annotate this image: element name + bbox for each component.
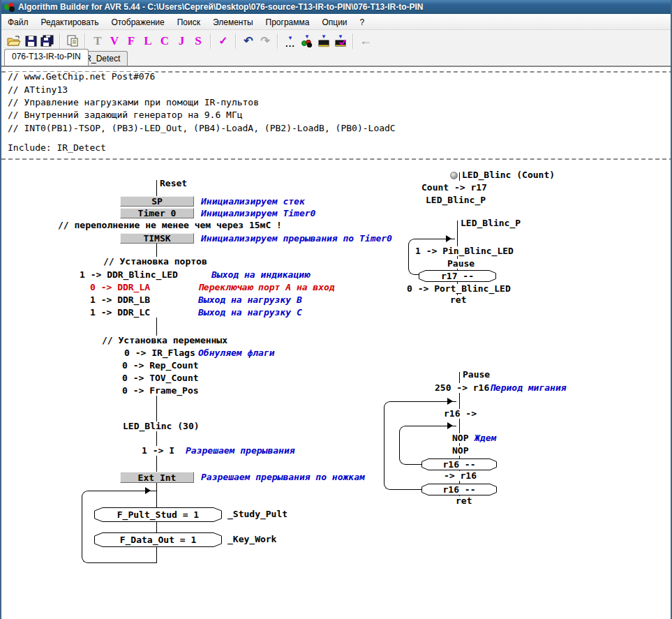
header-comment[interactable]: // www.GetChip.net Post#076 [7,72,156,82]
op-rep-count[interactable]: 0 -> Rep_Count [121,361,200,371]
op-r16-push[interactable]: r16 -> [443,409,477,419]
app-icon-black-dot [9,6,15,12]
op-nop-2[interactable]: NOP [451,446,469,456]
menu-options[interactable]: Опции [315,15,353,29]
save-all-button[interactable] [40,33,55,50]
op-frame-pos[interactable]: 0 -> Frame_Pos [121,386,200,396]
op-count-r17[interactable]: Count -> r17 [421,183,488,193]
note-vars[interactable]: // Установка переменных [101,336,228,345]
comment-sp[interactable]: Инициализируем стек [200,197,306,207]
comment-ddr-lb[interactable]: Выход на нагрузку B [197,295,303,305]
redo-button[interactable]: ↷ [257,33,273,50]
save-button[interactable] [23,33,38,50]
op-ddr-lb[interactable]: 1 -> DDR_LB [89,295,151,305]
condition-text: r16 -- [421,484,497,495]
undo-button[interactable]: ↶ [241,33,256,50]
return-op[interactable]: ret [449,295,467,305]
comment-timsk[interactable]: Инициализируем прерывания по Timer0 [200,234,393,244]
menu-edit[interactable]: Редактировать [35,15,105,29]
compile-button[interactable]: ▼ ... [283,33,298,50]
condition-text: F_Data_Out = 1 [94,532,222,547]
jump-label-study-pult[interactable]: _Study_Pult [227,509,288,519]
element-setter-button[interactable]: S [191,33,206,50]
macro-box-timer0[interactable]: Timer 0 [120,208,194,218]
window-title: Algorithm Builder for AVR 5.44 - C:\User… [18,2,423,12]
condition-r16-dec-outer[interactable]: r16 -- [421,484,497,495]
header-comment[interactable]: // Внутренний задающий генератор на 9.6 … [7,110,244,120]
program-chip-button[interactable]: ▼ [316,33,331,50]
macro-box-ext-int[interactable]: Ext Int [120,472,194,483]
op-ir-flags[interactable]: 0 -> IR_Flags [124,348,196,358]
read-verify-chip-button[interactable]: ▼ [333,33,348,50]
chip-icon [318,40,330,47]
call-led-blinc[interactable]: LED_Blinc (30) [122,422,200,431]
verify-button[interactable]: ✓ [216,33,231,50]
op-tov-count[interactable]: 0 -> TOV_Count [121,373,200,383]
op-pin-blinc-led[interactable]: 1 -> Pin_Blinc_LED [415,246,514,256]
menu-program[interactable]: Программа [260,15,316,29]
header-comment[interactable]: // ATtiny13 [7,85,68,95]
entry-label-led-blinc-p[interactable]: LED_Blinc_P [460,218,521,228]
op-enable-interrupts[interactable]: 1 -> I [141,446,175,456]
menu-bar: Файл Редактировать Отображение Поиск Эле… [1,14,672,30]
macro-box-timsk[interactable]: TIMSK [120,233,194,244]
comment-blink-period[interactable]: Период мигания [489,383,567,393]
open-file-button[interactable] [6,33,22,50]
comment-ddr-la[interactable]: Переключаю порт А на вход [197,283,336,292]
sub-title-led-blinc[interactable]: LED_Blinc (Count) [461,170,555,180]
condition-r16-dec-inner[interactable]: r16 -- [421,458,497,470]
menu-file[interactable]: Файл [1,15,35,29]
toolbar: T V F L C J S ✓ ↶ ↷ ▼ ... ▼ [1,30,672,52]
call-pause[interactable]: Pause [447,259,475,269]
note-ports[interactable]: // Установка портов [103,257,208,267]
op-r16-pop[interactable]: -> r16 [443,471,477,481]
comment-ext-int[interactable]: Разрешаем прерывания по ножкам [200,472,366,482]
comment-ddr-lc[interactable]: Выход на нагрузку C [197,308,303,318]
return-op[interactable]: ret [455,496,472,506]
menu-elements[interactable]: Элементы [207,15,260,29]
op-ddr-la[interactable]: 0 -> DDR_LA [89,283,151,292]
call-led-blinc-p[interactable]: LED_Blinc_P [425,195,486,205]
copy-pattern-button[interactable] [65,33,80,50]
menu-view[interactable]: Отображение [105,15,170,29]
op-nop-1[interactable]: NOP [451,433,469,443]
op-250-r16[interactable]: 250 -> r16 [434,383,490,393]
simulate-button[interactable]: ▼ [299,33,315,50]
title-bar[interactable]: Algorithm Builder for AVR 5.44 - C:\User… [1,0,672,14]
op-ddr-blinc-led[interactable]: 1 -> DDR_Blinc_LED [79,270,179,280]
header-comment[interactable]: // INT0(PB1)-TSOP, (PB3)-LED_Out, (PB4)-… [7,124,396,133]
note-overflow[interactable]: // переполнение не менее чем через 15мС … [57,221,283,230]
tab-main-algorithm[interactable]: 076-T13-IR-to-PIN [4,49,89,66]
header-comment[interactable]: // Управление нагрузками при помощи IR-п… [7,98,260,107]
comment-ir-flags[interactable]: Обнуляем флаги [197,348,276,358]
entry-label-pause[interactable]: Pause [462,370,491,380]
chip-check-icon [334,40,347,47]
comment-enable-interrupts[interactable]: Разрешаем прерывания [185,446,296,456]
include-directive[interactable]: Include: IR_Detect [7,143,107,153]
element-vertex-button[interactable]: V [107,33,122,50]
menu-search[interactable]: Поиск [171,15,207,29]
condition-pult-stud[interactable]: F_Pult_Stud = 1 [94,507,222,522]
element-field-button[interactable]: F [124,33,139,50]
condition-data-out[interactable]: F_Data_Out = 1 [94,532,222,547]
loop-arrowhead [145,487,151,494]
comment-timer0[interactable]: Инициализируем Timer0 [200,209,316,218]
element-label-button[interactable]: L [140,33,156,50]
element-condition-button[interactable]: C [157,33,172,50]
comment-ddr-blinc-led[interactable]: Выход на индикацию [211,270,311,280]
op-port-blinc-led[interactable]: 0 -> Port_Blinc_LED [406,284,512,294]
toolbar-separator [352,33,354,49]
menu-help[interactable]: ? [354,15,371,29]
entry-label-reset[interactable]: Reset [159,179,188,188]
op-ddr-lc[interactable]: 1 -> DDR_LC [89,308,151,318]
triangle-down-icon: ▼ [304,34,310,40]
macro-box-sp[interactable]: SP [120,196,194,207]
toolbar-separator [235,33,237,49]
tab-strip: 076-T13-IR-to-PIN IR_Detect [1,52,672,67]
comment-wait[interactable]: Ждем [474,433,497,443]
condition-r17-dec[interactable]: r17 -- [419,270,496,282]
element-text-button[interactable]: T [90,33,105,50]
jump-label-key-work[interactable]: _Key_Work [227,535,277,544]
element-jump-button[interactable]: J [174,33,189,50]
back-button[interactable]: ← [358,33,373,50]
